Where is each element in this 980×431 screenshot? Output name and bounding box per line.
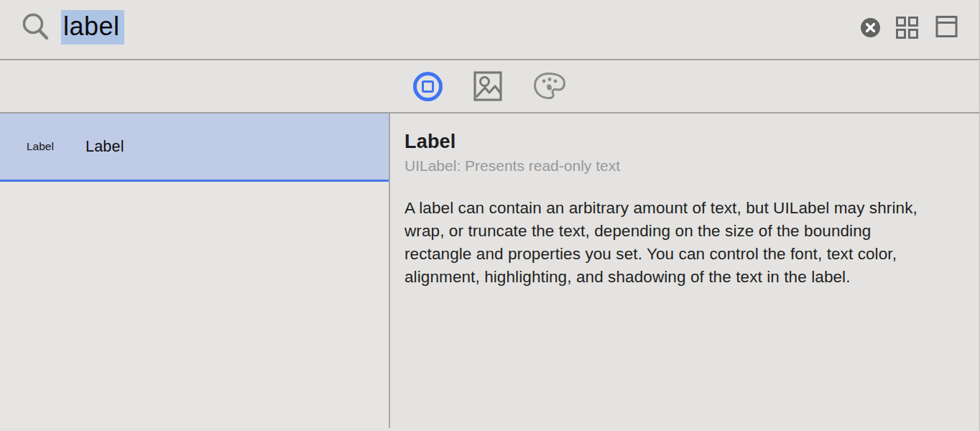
detail-pane: Label UILabel: Presents read-only text A… — [390, 113, 979, 428]
list-item-label[interactable]: Label Label — [0, 113, 389, 182]
grid-view-button[interactable] — [895, 16, 918, 40]
search-bar: label — [0, 0, 979, 60]
detail-title: Label — [405, 131, 951, 153]
clear-search-button[interactable] — [861, 18, 880, 37]
media-icon — [473, 71, 502, 101]
magnifier-icon — [21, 11, 51, 42]
results-list: Label Label — [0, 113, 390, 428]
objects-icon — [413, 72, 443, 101]
tab-colors[interactable] — [533, 72, 566, 101]
tab-objects[interactable] — [413, 72, 443, 101]
label-preview: Label — [27, 140, 61, 153]
palette-icon — [533, 72, 566, 101]
search-selected-text: label — [61, 10, 124, 45]
library-content: Label Label Label UILabel: Presents read… — [0, 113, 979, 428]
search-input[interactable]: label — [61, 10, 124, 45]
object-library-window: { "search": { "value": "label", "icon": … — [0, 0, 980, 431]
tab-media[interactable] — [473, 71, 502, 101]
detail-subtitle: UILabel: Presents read-only text — [405, 157, 951, 175]
library-tab-bar — [0, 60, 979, 113]
list-item-name: Label — [85, 138, 124, 156]
detail-view-button[interactable] — [935, 15, 958, 38]
clear-x-icon — [866, 23, 875, 32]
detail-description: A label can contain an arbitrary amount … — [405, 197, 940, 289]
